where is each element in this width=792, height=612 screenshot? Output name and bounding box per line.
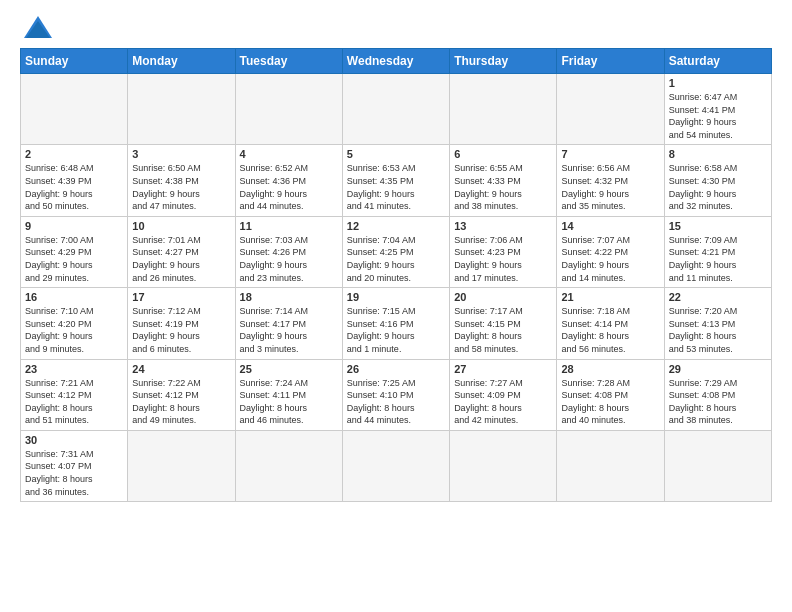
day-number: 22 — [669, 291, 767, 303]
day-info: Sunrise: 7:18 AM Sunset: 4:14 PM Dayligh… — [561, 305, 659, 355]
day-info: Sunrise: 7:03 AM Sunset: 4:26 PM Dayligh… — [240, 234, 338, 284]
day-number: 23 — [25, 363, 123, 375]
calendar-cell: 20Sunrise: 7:17 AM Sunset: 4:15 PM Dayli… — [450, 288, 557, 359]
day-info: Sunrise: 7:20 AM Sunset: 4:13 PM Dayligh… — [669, 305, 767, 355]
day-info: Sunrise: 7:17 AM Sunset: 4:15 PM Dayligh… — [454, 305, 552, 355]
day-info: Sunrise: 6:56 AM Sunset: 4:32 PM Dayligh… — [561, 162, 659, 212]
calendar-cell — [450, 430, 557, 501]
day-info: Sunrise: 6:55 AM Sunset: 4:33 PM Dayligh… — [454, 162, 552, 212]
day-info: Sunrise: 7:27 AM Sunset: 4:09 PM Dayligh… — [454, 377, 552, 427]
weekday-header-row: SundayMondayTuesdayWednesdayThursdayFrid… — [21, 49, 772, 74]
day-info: Sunrise: 6:52 AM Sunset: 4:36 PM Dayligh… — [240, 162, 338, 212]
day-info: Sunrise: 7:31 AM Sunset: 4:07 PM Dayligh… — [25, 448, 123, 498]
calendar-cell — [342, 430, 449, 501]
weekday-header-tuesday: Tuesday — [235, 49, 342, 74]
day-number: 6 — [454, 148, 552, 160]
header-section — [20, 16, 772, 38]
calendar-cell: 24Sunrise: 7:22 AM Sunset: 4:12 PM Dayli… — [128, 359, 235, 430]
calendar-cell: 1Sunrise: 6:47 AM Sunset: 4:41 PM Daylig… — [664, 74, 771, 145]
day-number: 9 — [25, 220, 123, 232]
calendar-cell: 18Sunrise: 7:14 AM Sunset: 4:17 PM Dayli… — [235, 288, 342, 359]
calendar-cell — [342, 74, 449, 145]
weekday-header-wednesday: Wednesday — [342, 49, 449, 74]
weekday-header-friday: Friday — [557, 49, 664, 74]
day-info: Sunrise: 7:00 AM Sunset: 4:29 PM Dayligh… — [25, 234, 123, 284]
day-info: Sunrise: 6:47 AM Sunset: 4:41 PM Dayligh… — [669, 91, 767, 141]
weekday-header-saturday: Saturday — [664, 49, 771, 74]
calendar-cell: 19Sunrise: 7:15 AM Sunset: 4:16 PM Dayli… — [342, 288, 449, 359]
day-number: 2 — [25, 148, 123, 160]
day-number: 17 — [132, 291, 230, 303]
day-info: Sunrise: 7:29 AM Sunset: 4:08 PM Dayligh… — [669, 377, 767, 427]
day-number: 1 — [669, 77, 767, 89]
calendar-cell: 14Sunrise: 7:07 AM Sunset: 4:22 PM Dayli… — [557, 216, 664, 287]
week-row-2: 2Sunrise: 6:48 AM Sunset: 4:39 PM Daylig… — [21, 145, 772, 216]
calendar-cell: 12Sunrise: 7:04 AM Sunset: 4:25 PM Dayli… — [342, 216, 449, 287]
week-row-3: 9Sunrise: 7:00 AM Sunset: 4:29 PM Daylig… — [21, 216, 772, 287]
day-number: 18 — [240, 291, 338, 303]
day-info: Sunrise: 7:06 AM Sunset: 4:23 PM Dayligh… — [454, 234, 552, 284]
day-number: 14 — [561, 220, 659, 232]
calendar-cell: 5Sunrise: 6:53 AM Sunset: 4:35 PM Daylig… — [342, 145, 449, 216]
day-number: 28 — [561, 363, 659, 375]
day-number: 7 — [561, 148, 659, 160]
logo — [20, 16, 52, 38]
calendar-cell: 22Sunrise: 7:20 AM Sunset: 4:13 PM Dayli… — [664, 288, 771, 359]
day-number: 30 — [25, 434, 123, 446]
day-info: Sunrise: 7:24 AM Sunset: 4:11 PM Dayligh… — [240, 377, 338, 427]
week-row-1: 1Sunrise: 6:47 AM Sunset: 4:41 PM Daylig… — [21, 74, 772, 145]
calendar-cell — [235, 430, 342, 501]
calendar-cell: 17Sunrise: 7:12 AM Sunset: 4:19 PM Dayli… — [128, 288, 235, 359]
day-number: 21 — [561, 291, 659, 303]
calendar-cell: 8Sunrise: 6:58 AM Sunset: 4:30 PM Daylig… — [664, 145, 771, 216]
calendar-table: SundayMondayTuesdayWednesdayThursdayFrid… — [20, 48, 772, 502]
day-info: Sunrise: 6:50 AM Sunset: 4:38 PM Dayligh… — [132, 162, 230, 212]
day-info: Sunrise: 7:04 AM Sunset: 4:25 PM Dayligh… — [347, 234, 445, 284]
day-number: 26 — [347, 363, 445, 375]
day-number: 12 — [347, 220, 445, 232]
day-number: 11 — [240, 220, 338, 232]
day-number: 8 — [669, 148, 767, 160]
calendar-cell: 15Sunrise: 7:09 AM Sunset: 4:21 PM Dayli… — [664, 216, 771, 287]
day-info: Sunrise: 7:28 AM Sunset: 4:08 PM Dayligh… — [561, 377, 659, 427]
calendar-cell — [664, 430, 771, 501]
calendar-cell: 4Sunrise: 6:52 AM Sunset: 4:36 PM Daylig… — [235, 145, 342, 216]
calendar-cell — [235, 74, 342, 145]
day-info: Sunrise: 7:22 AM Sunset: 4:12 PM Dayligh… — [132, 377, 230, 427]
weekday-header-sunday: Sunday — [21, 49, 128, 74]
day-number: 24 — [132, 363, 230, 375]
calendar-cell: 21Sunrise: 7:18 AM Sunset: 4:14 PM Dayli… — [557, 288, 664, 359]
day-info: Sunrise: 7:10 AM Sunset: 4:20 PM Dayligh… — [25, 305, 123, 355]
calendar-cell: 3Sunrise: 6:50 AM Sunset: 4:38 PM Daylig… — [128, 145, 235, 216]
logo-area — [20, 16, 52, 38]
calendar-cell — [557, 430, 664, 501]
weekday-header-thursday: Thursday — [450, 49, 557, 74]
day-number: 16 — [25, 291, 123, 303]
day-info: Sunrise: 7:01 AM Sunset: 4:27 PM Dayligh… — [132, 234, 230, 284]
calendar-cell — [128, 74, 235, 145]
week-row-5: 23Sunrise: 7:21 AM Sunset: 4:12 PM Dayli… — [21, 359, 772, 430]
week-row-6: 30Sunrise: 7:31 AM Sunset: 4:07 PM Dayli… — [21, 430, 772, 501]
page: SundayMondayTuesdayWednesdayThursdayFrid… — [0, 0, 792, 612]
day-info: Sunrise: 6:58 AM Sunset: 4:30 PM Dayligh… — [669, 162, 767, 212]
day-number: 4 — [240, 148, 338, 160]
calendar-cell: 28Sunrise: 7:28 AM Sunset: 4:08 PM Dayli… — [557, 359, 664, 430]
calendar-cell: 2Sunrise: 6:48 AM Sunset: 4:39 PM Daylig… — [21, 145, 128, 216]
day-number: 25 — [240, 363, 338, 375]
week-row-4: 16Sunrise: 7:10 AM Sunset: 4:20 PM Dayli… — [21, 288, 772, 359]
calendar-cell — [21, 74, 128, 145]
day-number: 13 — [454, 220, 552, 232]
day-info: Sunrise: 7:25 AM Sunset: 4:10 PM Dayligh… — [347, 377, 445, 427]
calendar-cell: 26Sunrise: 7:25 AM Sunset: 4:10 PM Dayli… — [342, 359, 449, 430]
calendar-cell: 29Sunrise: 7:29 AM Sunset: 4:08 PM Dayli… — [664, 359, 771, 430]
calendar-cell: 10Sunrise: 7:01 AM Sunset: 4:27 PM Dayli… — [128, 216, 235, 287]
calendar-cell: 6Sunrise: 6:55 AM Sunset: 4:33 PM Daylig… — [450, 145, 557, 216]
day-number: 5 — [347, 148, 445, 160]
day-number: 20 — [454, 291, 552, 303]
calendar-cell — [450, 74, 557, 145]
day-info: Sunrise: 6:53 AM Sunset: 4:35 PM Dayligh… — [347, 162, 445, 212]
calendar-cell: 30Sunrise: 7:31 AM Sunset: 4:07 PM Dayli… — [21, 430, 128, 501]
logo-icon — [24, 16, 52, 38]
day-number: 10 — [132, 220, 230, 232]
day-number: 27 — [454, 363, 552, 375]
